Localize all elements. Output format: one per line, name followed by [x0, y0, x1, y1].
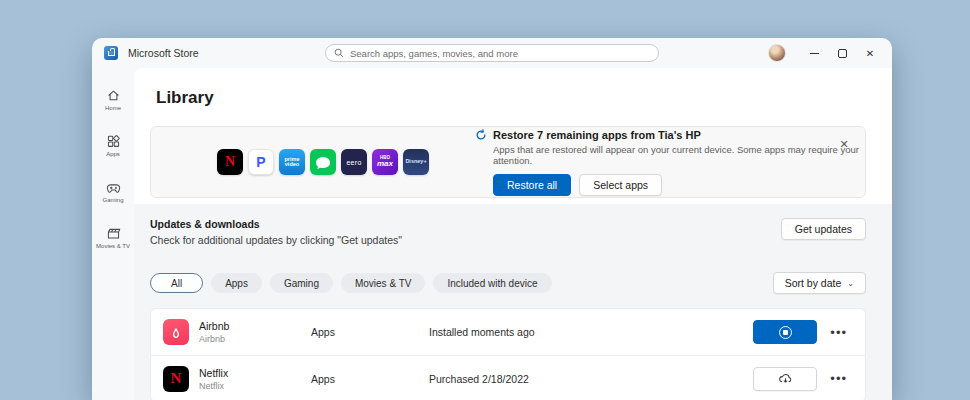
- app-category: Apps: [311, 373, 429, 385]
- cloud-download-icon: [778, 372, 793, 385]
- gaming-icon: [106, 180, 121, 195]
- sidebar-item-movies-tv[interactable]: Movies & TV: [93, 214, 133, 260]
- updates-subtitle: Check for additional updates by clicking…: [150, 234, 402, 246]
- apps-icon: [106, 134, 121, 149]
- get-updates-button[interactable]: Get updates: [781, 218, 866, 240]
- sidebar: Home Apps Gaming Movies & TV: [92, 68, 134, 400]
- close-icon: ✕: [866, 48, 874, 59]
- sync-restore-icon: [475, 129, 487, 141]
- restore-banner-title: Restore 7 remaining apps from Tia's HP: [493, 129, 701, 141]
- maximize-button[interactable]: [828, 42, 856, 64]
- restore-all-button[interactable]: Restore all: [493, 174, 571, 196]
- prime-video-app-icon: prime video: [279, 149, 305, 175]
- filter-pill-gaming[interactable]: Gaming: [270, 273, 333, 293]
- progress-stop-icon: [779, 326, 792, 339]
- library-row-airbnb[interactable]: Airbnb Airbnb Apps Installed moments ago…: [151, 309, 865, 355]
- line-app-icon: [310, 149, 336, 175]
- library-list: Airbnb Airbnb Apps Installed moments ago…: [150, 308, 866, 400]
- minimize-button[interactable]: [800, 42, 828, 64]
- microsoft-store-window: Microsoft Store ✕ Home Apps Gaming: [92, 38, 892, 400]
- restore-banner-description: Apps that are restored will appear on yo…: [493, 144, 865, 166]
- minimize-icon: [810, 53, 819, 54]
- library-row-netflix[interactable]: N Netflix Netflix Apps Purchased 2/18/20…: [151, 355, 865, 400]
- filter-pill-apps[interactable]: Apps: [211, 273, 262, 293]
- account-avatar[interactable]: [768, 44, 786, 62]
- app-status: Purchased 2/18/2022: [429, 373, 753, 385]
- pandora-app-icon: P: [248, 149, 274, 175]
- updates-section: Updates & downloads Check for additional…: [134, 204, 892, 400]
- more-options-button[interactable]: •••: [824, 369, 853, 388]
- app-title: Microsoft Store: [128, 47, 199, 59]
- installing-progress-button[interactable]: [753, 320, 817, 344]
- close-icon: ✕: [839, 138, 848, 151]
- movies-tv-icon: [106, 226, 121, 241]
- airbnb-app-icon: [163, 319, 189, 345]
- close-button[interactable]: ✕: [856, 42, 884, 64]
- sidebar-item-gaming[interactable]: Gaming: [93, 168, 133, 214]
- app-category: Apps: [311, 326, 429, 338]
- filter-pill-movies-tv[interactable]: Movies & TV: [341, 273, 426, 293]
- filter-pills-row: All Apps Gaming Movies & TV Included wit…: [150, 272, 866, 294]
- hbo-max-app-icon: HBOmax: [372, 149, 398, 175]
- filter-pill-all[interactable]: All: [150, 273, 203, 293]
- select-apps-button[interactable]: Select apps: [579, 174, 662, 196]
- search-box[interactable]: [325, 44, 659, 62]
- sort-by-date-dropdown[interactable]: Sort by date ⌄: [773, 272, 866, 294]
- maximize-icon: [838, 49, 847, 58]
- netflix-app-icon: N: [163, 366, 189, 392]
- eero-app-icon: eero: [341, 149, 367, 175]
- banner-close-button[interactable]: ✕: [836, 136, 852, 152]
- app-status: Installed moments ago: [429, 326, 753, 338]
- titlebar: Microsoft Store ✕: [92, 38, 892, 68]
- cloud-download-button[interactable]: [753, 367, 817, 391]
- restore-app-icons: N P prime video eero HBOmax Disney+: [217, 149, 429, 175]
- updates-title: Updates & downloads: [150, 218, 402, 230]
- netflix-app-icon: N: [217, 149, 243, 175]
- app-name: Netflix: [199, 367, 228, 379]
- app-publisher: Airbnb: [199, 334, 229, 344]
- content-area: Library N P prime video eero HBOmax Disn…: [134, 68, 892, 400]
- filter-pill-included-with-device[interactable]: Included with device: [433, 273, 551, 293]
- home-icon: [106, 88, 121, 103]
- more-options-button[interactable]: •••: [824, 323, 853, 342]
- page-title: Library: [156, 88, 892, 108]
- chevron-down-icon: ⌄: [847, 279, 854, 288]
- sidebar-item-apps[interactable]: Apps: [93, 122, 133, 168]
- store-logo-icon: [104, 46, 118, 60]
- app-name: Airbnb: [199, 320, 229, 332]
- disney-plus-app-icon: Disney+: [403, 149, 429, 175]
- search-icon: [334, 48, 344, 58]
- restore-banner: N P prime video eero HBOmax Disney+ Rest…: [150, 126, 866, 198]
- app-publisher: Netflix: [199, 381, 228, 391]
- search-input[interactable]: [350, 48, 650, 59]
- sidebar-item-home[interactable]: Home: [93, 76, 133, 122]
